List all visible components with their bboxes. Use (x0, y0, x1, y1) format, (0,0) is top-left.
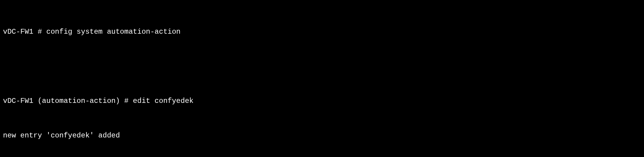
terminal-output: new entry 'confyedek' added (3, 130, 641, 141)
terminal-line: vDC-FW1 # config system automation-actio… (3, 26, 641, 38)
prompt: vDC-FW1 (automation-action) # (3, 97, 133, 105)
output-text: new entry 'confyedek' added (3, 131, 120, 140)
blank-line (3, 61, 641, 72)
command-text: edit confyedek (133, 97, 194, 105)
command-text: config system automation-action (46, 28, 180, 36)
terminal-line: vDC-FW1 (automation-action) # edit confy… (3, 95, 641, 107)
prompt: vDC-FW1 # (3, 28, 46, 36)
terminal-window[interactable]: vDC-FW1 # config system automation-actio… (3, 3, 641, 157)
